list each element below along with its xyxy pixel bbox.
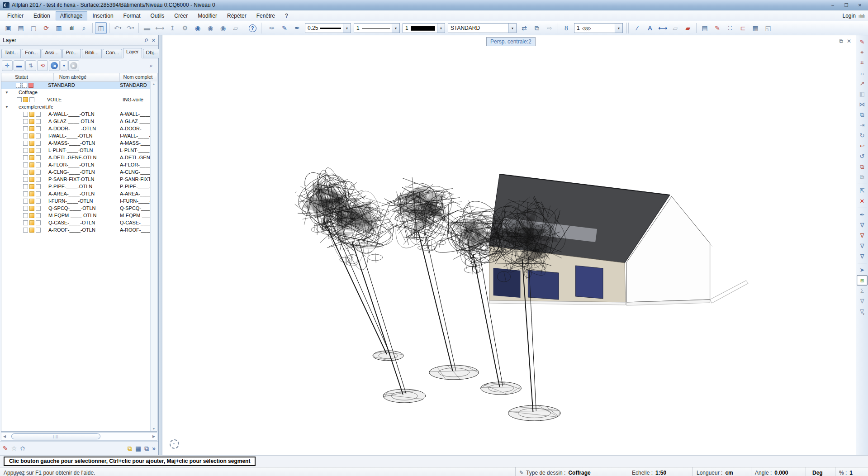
status-square-yellow[interactable] — [29, 170, 34, 175]
status-square-yellow[interactable] — [29, 155, 34, 160]
status-square-yellow[interactable] — [29, 220, 34, 225]
group-chain-icon[interactable]: 8 — [560, 22, 572, 34]
menu-fentre[interactable]: Fenêtre — [252, 11, 280, 20]
status-square-yellow[interactable] — [29, 184, 34, 189]
status-square-empty[interactable] — [23, 191, 28, 196]
filter-menu-icon-caret[interactable]: ▾ — [863, 312, 864, 316]
layer-row[interactable]: A-CLNG-____-OTLNA-CLNG-____-OTLN — [1, 169, 157, 176]
layer-combo[interactable]: STANDARD▼ — [448, 23, 517, 33]
status-square-empty[interactable] — [36, 177, 41, 182]
pen-width-combo-dropdown-icon[interactable]: ▼ — [343, 24, 351, 33]
project-pilot-icon[interactable]: ▤ — [15, 22, 27, 34]
layer-row[interactable]: A-WALL-____-OTLNA-WALL-____-OTLN — [1, 111, 157, 118]
clipboard-red-icon[interactable]: ⊏ — [737, 22, 749, 34]
status-square-empty[interactable] — [23, 141, 28, 146]
status-square-empty[interactable] — [36, 220, 41, 225]
mirror-half-icon[interactable]: ◧ — [857, 89, 868, 99]
tab-objets[interactable]: Obj... — [143, 49, 161, 58]
layer-row[interactable]: P-SANR-FIXT-OTLNP-SANR-FIXT-OTLN — [1, 176, 157, 183]
dimension-icon[interactable]: ⟷ — [657, 22, 669, 34]
status-square-empty[interactable] — [36, 184, 41, 189]
undo-icon[interactable]: ↶▾ — [112, 22, 123, 34]
status-square-empty[interactable] — [23, 220, 28, 225]
edit-arrow-icon[interactable]: ↗ — [857, 78, 868, 89]
offset-copy-icon[interactable]: ⧉ — [857, 172, 868, 182]
status-square-yellow[interactable] — [29, 148, 34, 153]
back-icon[interactable]: ◀ — [49, 60, 60, 71]
line-type-combo-dropdown-icon[interactable]: ▼ — [392, 24, 399, 33]
select-arrow-icon[interactable]: ➤ — [857, 265, 868, 275]
tab-connect[interactable]: Con... — [103, 49, 122, 58]
status-square-empty[interactable] — [36, 206, 41, 211]
status-square-empty[interactable] — [23, 126, 28, 131]
pipette-icon[interactable]: ✒ — [291, 22, 303, 34]
column-header-statut[interactable]: Statut — [1, 73, 54, 81]
status-square-dashed[interactable] — [16, 83, 21, 88]
view-document-icon[interactable]: ◉ — [204, 22, 216, 34]
menu-outils[interactable]: Outils — [146, 11, 169, 20]
status-square-yellow[interactable] — [29, 162, 34, 167]
layer-row[interactable]: I-WALL-____-OTLNI-WALL-____-OTLN — [1, 133, 157, 140]
rotate-lift-icon[interactable]: ↻ — [857, 130, 868, 141]
layer-settings-icon[interactable]: ⧉ — [144, 445, 149, 452]
menu-rpter[interactable]: Répéter — [223, 11, 251, 20]
panel-splitter[interactable] — [159, 35, 162, 455]
screen-layers-icon[interactable]: ▦ — [135, 445, 141, 452]
insert-layer-icon[interactable]: ✛ — [2, 60, 13, 71]
layer-row[interactable]: A-GLAZ-____-OTLNA-GLAZ-____-OTLN — [1, 118, 157, 125]
line-color-combo-dropdown-icon[interactable]: ▼ — [437, 24, 445, 33]
tab-tableaux[interactable]: Tabl... — [1, 49, 21, 58]
undo-icon-caret[interactable]: ▾ — [120, 26, 122, 30]
layer-stack-icon[interactable]: ⧉ — [531, 22, 543, 34]
move-into-icon[interactable]: ⇥ — [857, 120, 868, 130]
menu-fichier[interactable]: Fichier — [3, 11, 28, 20]
edit-pencil-icon[interactable]: ✎ — [857, 37, 868, 47]
status-square-yellow[interactable] — [29, 119, 34, 124]
layer-row[interactable]: STANDARDSTANDARD — [1, 82, 157, 89]
menu-?[interactable]: ? — [280, 11, 293, 20]
status-square-empty[interactable] — [23, 148, 28, 153]
status-square-empty[interactable] — [17, 97, 22, 102]
vertical-scrollbar[interactable]: ▲ ▼ — [150, 81, 157, 431]
status-square-empty[interactable] — [36, 133, 41, 138]
text-tool-icon[interactable]: A — [644, 22, 656, 34]
layer-row[interactable]: A-FLOR-____-OTLNA-FLOR-____-OTLN — [1, 162, 157, 169]
status-square-empty[interactable] — [36, 119, 41, 124]
draw-line-icon[interactable]: ∕ — [631, 22, 643, 34]
ruler-icon[interactable]: ▬ — [141, 22, 153, 34]
tab-assistants[interactable]: Assi... — [42, 49, 62, 58]
workspace-layout-icon[interactable]: ◫ — [95, 22, 107, 34]
status-square-yellow[interactable] — [29, 191, 34, 196]
assistant-table-icon[interactable]: ▤ — [699, 22, 711, 34]
status-square-empty[interactable] — [36, 162, 41, 167]
pin-icon[interactable]: ⚲ — [142, 37, 149, 43]
status-square-red[interactable] — [28, 83, 33, 88]
layer-row[interactable]: P-PIPE-____-OTLNP-PIPE-____-OTLN — [1, 183, 157, 190]
filter-menu-icon[interactable]: ∇▾ — [857, 306, 868, 317]
compare-boxes-icon[interactable]: ∷ — [724, 22, 736, 34]
open-project-icon[interactable]: ⟳ — [40, 22, 52, 34]
menu-insertion[interactable]: Insertion — [88, 11, 118, 20]
status-square-yellow[interactable] — [29, 126, 34, 131]
status-square-yellow[interactable] — [29, 206, 34, 211]
collapse-triangle-icon[interactable]: ▼ — [5, 90, 9, 95]
layer-next-icon[interactable]: ⇨ — [544, 22, 555, 34]
remove-layer-icon[interactable]: ▬ — [14, 60, 24, 71]
menu-format[interactable]: Format — [119, 11, 145, 20]
redo-icon-caret[interactable]: ▾ — [133, 26, 134, 30]
status-square-empty[interactable] — [36, 199, 41, 204]
view-eye-icon[interactable]: ◉ — [192, 22, 204, 34]
status-square-empty[interactable] — [36, 213, 41, 218]
layer-swap-icon[interactable]: ⇄ — [518, 22, 530, 34]
status-square-yellow[interactable] — [29, 199, 34, 204]
connect-elements-icon[interactable]: ⧉ — [857, 162, 868, 172]
restore-button[interactable]: ❐ — [840, 1, 853, 9]
window-grid-icon[interactable]: ▦ — [749, 22, 761, 34]
match-properties-icon[interactable]: ✒ — [857, 209, 868, 220]
layer-row[interactable]: VOILE_ING-voile — [1, 96, 157, 104]
resize-window-icon[interactable]: ⇱ — [857, 186, 868, 196]
redo-icon[interactable]: ↷▾ — [124, 22, 136, 34]
status-square-empty[interactable] — [23, 228, 28, 233]
measure-icon[interactable]: ⟷ — [154, 22, 166, 34]
help-icon[interactable]: ? — [247, 22, 258, 34]
